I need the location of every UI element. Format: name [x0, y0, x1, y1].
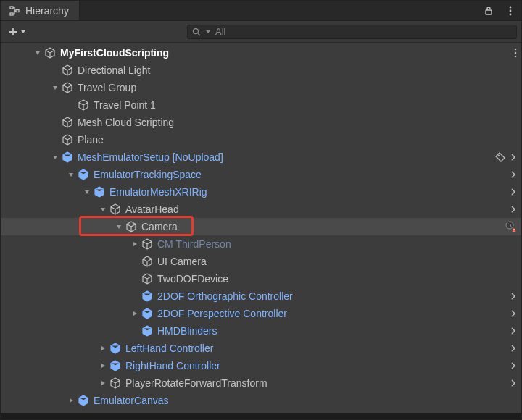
chevron-right-icon[interactable] [510, 188, 517, 196]
prefab-cube-icon [94, 186, 105, 198]
lock-icon[interactable] [482, 4, 495, 17]
foldout-open-icon[interactable] [66, 169, 76, 180]
chevron-right-icon[interactable] [510, 205, 517, 214]
svg-point-6 [510, 13, 512, 15]
prefab-cube-icon [78, 395, 89, 406]
kebab-menu-icon[interactable] [504, 4, 517, 17]
tree-row[interactable]: MeshEmulatorSetup [NoUpload] [1, 148, 521, 166]
search-icon [192, 28, 201, 36]
svg-rect-14 [513, 231, 514, 232]
object-label: Mesh Cloud Scripting [78, 117, 174, 128]
foldout-open-icon[interactable] [98, 204, 108, 214]
svg-rect-1 [10, 13, 13, 15]
svg-point-5 [510, 9, 512, 12]
tree-row[interactable]: EmulatorTrackingSpace [1, 166, 521, 183]
gameobject-cube-icon [109, 377, 121, 389]
object-label: MeshEmulatorSetup [NoUpload] [78, 151, 223, 163]
chevron-right-icon[interactable] [510, 153, 517, 161]
tree-row[interactable]: PlayerRotateForwardTransform [1, 374, 521, 392]
tree-row[interactable]: Mesh Cloud Scripting [1, 114, 521, 131]
toolbar: All [1, 21, 521, 43]
tree-row[interactable]: RightHand Controller [1, 357, 521, 374]
object-label: HMDBlinders [157, 325, 217, 337]
foldout-closed-icon[interactable] [130, 239, 140, 249]
tree-row[interactable]: Directional Light [1, 62, 521, 79]
tree-row[interactable]: Travel Group [1, 79, 521, 96]
object-label: Directional Light [78, 64, 150, 76]
scene-name: MyFirstCloudScripting [60, 47, 169, 59]
object-label: Travel Group [78, 82, 136, 93]
gameobject-cube-icon [109, 203, 121, 215]
foldout-closed-icon[interactable] [98, 343, 108, 353]
tree-row[interactable]: EmulatorCanvas [1, 392, 521, 409]
foldout-closed-icon[interactable] [130, 308, 140, 319]
tab-bar: Hierarchy [1, 1, 521, 21]
foldout-open-icon[interactable] [50, 152, 60, 162]
chevron-down-icon [20, 29, 26, 35]
object-label: Camera [141, 221, 178, 232]
svg-rect-2 [16, 9, 19, 12]
tree-row[interactable]: 2DOF Orthographic Controller [1, 287, 521, 305]
tree-row[interactable]: TwoDOFDevice [1, 270, 521, 287]
svg-point-10 [515, 56, 517, 58]
create-button[interactable] [5, 25, 29, 38]
svg-rect-13 [513, 229, 514, 230]
chevron-right-icon[interactable] [510, 292, 517, 301]
prefab-cube-icon [109, 343, 121, 354]
gameobject-cube-icon [62, 117, 73, 128]
tree-row[interactable]: LeftHand Controller [1, 340, 521, 357]
prefab-cube-icon [141, 308, 153, 319]
svg-rect-0 [10, 7, 13, 9]
chevron-right-icon[interactable] [510, 327, 517, 335]
chevron-right-icon[interactable] [510, 344, 517, 353]
tree-row[interactable]: Travel Point 1 [1, 96, 521, 114]
tree-row[interactable]: CM ThirdPerson [1, 235, 521, 253]
hierarchy-tree[interactable]: MyFirstCloudScripting Directional Light … [1, 43, 521, 413]
foldout-closed-icon[interactable] [98, 378, 108, 388]
gameobject-cube-icon [62, 82, 73, 93]
gameobject-cube-icon [141, 273, 153, 285]
hierarchy-icon [8, 4, 21, 17]
tab-title: Hierarchy [25, 5, 69, 17]
object-label: AvatarHead [125, 203, 179, 215]
foldout-open-icon[interactable] [82, 187, 92, 197]
object-label: RightHand Controller [125, 360, 220, 371]
tree-row[interactable]: Camera [1, 218, 521, 235]
gameobject-cube-icon [78, 99, 89, 111]
chevron-right-icon[interactable] [510, 309, 517, 318]
tree-row[interactable]: Plane [1, 131, 521, 148]
search-input[interactable]: All [187, 25, 517, 39]
warning-icon [505, 221, 517, 232]
gameobject-cube-icon [141, 256, 153, 267]
scene-row[interactable]: MyFirstCloudScripting [1, 44, 521, 62]
svg-point-8 [515, 49, 517, 51]
foldout-open-icon[interactable] [50, 83, 60, 93]
object-label: EmulatorMeshXRIRig [109, 186, 207, 198]
object-label: 2DOF Perspective Controller [157, 308, 287, 319]
gameobject-cube-icon [125, 221, 137, 232]
chevron-right-icon[interactable] [510, 361, 517, 370]
gameobject-cube-icon [62, 64, 73, 76]
object-label: Plane [78, 134, 104, 146]
kebab-menu-icon[interactable] [514, 48, 517, 58]
tab-hierarchy[interactable]: Hierarchy [1, 1, 80, 20]
tree-row[interactable]: AvatarHead [1, 201, 521, 218]
tree-row[interactable]: EmulatorMeshXRIRig [1, 183, 521, 201]
prefab-cube-icon [78, 169, 89, 180]
object-label: 2DOF Orthographic Controller [157, 290, 293, 302]
chevron-right-icon[interactable] [510, 170, 517, 179]
tree-row[interactable]: 2DOF Perspective Controller [1, 305, 521, 322]
object-label: EmulatorTrackingSpace [94, 169, 202, 180]
chevron-down-icon [205, 29, 211, 35]
svg-rect-3 [486, 10, 492, 14]
bottom-bar [1, 413, 521, 419]
foldout-closed-icon[interactable] [66, 395, 76, 406]
chevron-right-icon[interactable] [510, 379, 517, 387]
svg-point-4 [510, 6, 512, 8]
tree-row[interactable]: HMDBlinders [1, 322, 521, 340]
foldout-open-icon[interactable] [33, 48, 43, 58]
foldout-closed-icon[interactable] [98, 361, 108, 371]
object-label: LeftHand Controller [125, 343, 213, 354]
foldout-open-icon[interactable] [114, 222, 124, 232]
tree-row[interactable]: UI Camera [1, 253, 521, 270]
